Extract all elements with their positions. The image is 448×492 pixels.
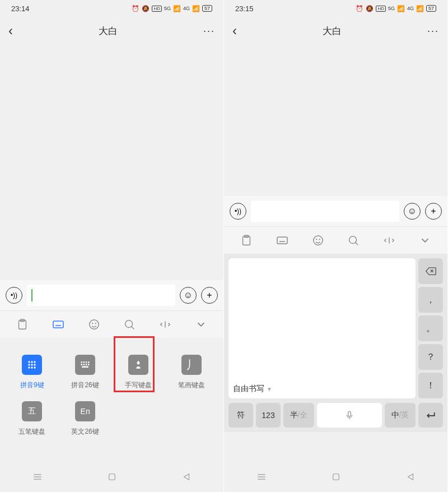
collapse-icon[interactable] xyxy=(417,233,433,248)
half-full-key[interactable]: 半/全 xyxy=(283,403,314,428)
kb-option-stroke[interactable]: 丿 笔画键盘 xyxy=(165,349,218,396)
backspace-key[interactable] xyxy=(418,258,443,284)
battery-icon: 57 xyxy=(202,5,212,12)
svg-rect-23 xyxy=(83,361,85,363)
status-time: 23:14 xyxy=(11,4,30,13)
collapse-icon[interactable] xyxy=(193,317,209,332)
kb-label: 笔画键盘 xyxy=(178,380,205,390)
message-input[interactable] xyxy=(251,201,399,222)
handwrite-canvas[interactable]: 自由书写 ▼ xyxy=(228,258,416,398)
kb-label: 拼音9键 xyxy=(20,380,44,390)
svg-rect-51 xyxy=(348,411,351,416)
clipboard-icon[interactable] xyxy=(15,317,30,332)
symbol-key[interactable]: 符 xyxy=(228,403,253,428)
keyboard-icon[interactable] xyxy=(50,317,66,332)
svg-rect-26 xyxy=(81,364,83,365)
handwrite-mode-selector[interactable]: 自由书写 ▼ xyxy=(233,384,272,394)
nav-bar: ‹ 大白 ··· xyxy=(0,17,223,45)
nav-bar: ‹ 大白 ··· xyxy=(224,17,447,45)
chat-title: 大白 xyxy=(99,25,118,38)
svg-rect-2 xyxy=(53,321,63,328)
search-icon[interactable] xyxy=(122,317,137,332)
ime-toolbar xyxy=(0,310,223,338)
svg-line-11 xyxy=(132,327,134,329)
battery-icon: 57 xyxy=(426,5,436,12)
recents-button[interactable] xyxy=(32,471,43,485)
emoji-tool-icon[interactable] xyxy=(86,317,102,332)
alarm-icon: ⏰ xyxy=(356,5,363,12)
back-nav-button[interactable] xyxy=(181,472,192,484)
emoji-button[interactable]: ☺ xyxy=(404,203,421,220)
signal-icon: 📶 xyxy=(173,5,181,12)
signal-icon-2: 📶 xyxy=(416,5,424,12)
home-button[interactable] xyxy=(331,472,341,484)
svg-point-46 xyxy=(349,236,357,244)
period-key[interactable]: 。 xyxy=(418,315,443,341)
stroke-icon: 丿 xyxy=(181,355,202,375)
enter-key[interactable] xyxy=(418,403,443,428)
message-input[interactable] xyxy=(27,285,175,306)
clipboard-icon[interactable] xyxy=(239,233,254,248)
comma-key[interactable]: ， xyxy=(418,287,443,313)
svg-rect-55 xyxy=(333,474,339,480)
keyboard-icon[interactable] xyxy=(274,233,290,248)
voice-button[interactable]: •)) xyxy=(230,203,246,220)
svg-point-9 xyxy=(95,323,96,324)
svg-marker-56 xyxy=(408,474,413,480)
kb-label: 英文26键 xyxy=(71,427,99,437)
kb-label: 五笔键盘 xyxy=(18,427,45,437)
cursor-move-icon[interactable] xyxy=(381,233,397,248)
svg-point-10 xyxy=(125,321,133,328)
system-nav xyxy=(224,464,447,492)
hd-icon: HD xyxy=(376,6,386,12)
signal-icon: 📶 xyxy=(397,5,405,12)
dnd-icon: 🔕 xyxy=(366,5,374,12)
hw-mode-label: 自由书写 xyxy=(233,384,264,394)
highlight-handwrite xyxy=(114,336,155,392)
more-button[interactable]: ··· xyxy=(427,25,439,37)
kb-option-pinyin9[interactable]: 拼音9键 xyxy=(6,349,59,396)
pinyin26-icon xyxy=(75,355,95,375)
kb-option-english[interactable]: En 英文26键 xyxy=(59,396,112,442)
handwrite-bottom-row: 符 123 半/全 中/英 xyxy=(224,403,447,432)
back-nav-button[interactable] xyxy=(405,472,416,484)
question-key[interactable]: ？ xyxy=(418,344,443,370)
system-nav xyxy=(0,464,223,492)
signal-5g-icon: 5G xyxy=(388,6,395,11)
search-icon[interactable] xyxy=(346,233,361,248)
more-button[interactable]: ··· xyxy=(203,25,215,37)
attach-button[interactable]: + xyxy=(201,287,218,304)
svg-point-15 xyxy=(34,361,36,363)
cursor-move-icon[interactable] xyxy=(157,317,173,332)
chevron-down-icon: ▼ xyxy=(267,386,272,392)
emoji-tool-icon[interactable] xyxy=(310,233,326,248)
svg-point-16 xyxy=(29,364,30,365)
svg-point-43 xyxy=(313,236,323,245)
attach-button[interactable]: + xyxy=(425,203,442,220)
svg-rect-34 xyxy=(109,474,115,480)
lang-key[interactable]: 中/英 xyxy=(385,403,416,428)
voice-button[interactable]: •)) xyxy=(6,287,22,304)
back-button[interactable]: ‹ xyxy=(232,23,237,39)
emoji-button[interactable]: ☺ xyxy=(180,287,197,304)
kb-option-pinyin26[interactable]: 拼音26键 xyxy=(59,349,112,396)
pinyin9-icon xyxy=(22,355,42,375)
signal-5g-icon: 5G xyxy=(164,6,171,11)
number-key[interactable]: 123 xyxy=(256,403,281,428)
phone-right: 23:15 ⏰ 🔕 HD 5G 📶 4G 📶 57 ‹ 大白 ··· •)) ☺… xyxy=(224,0,448,492)
svg-line-47 xyxy=(356,243,358,245)
ime-toolbar xyxy=(224,226,447,254)
recents-button[interactable] xyxy=(256,471,267,485)
wubi-icon: 五 xyxy=(22,401,42,421)
back-button[interactable]: ‹ xyxy=(8,23,13,39)
status-icons: ⏰ 🔕 HD 5G 📶 4G 📶 57 xyxy=(356,5,436,12)
exclaim-key[interactable]: ！ xyxy=(418,373,443,398)
kb-option-wubi[interactable]: 五 五笔键盘 xyxy=(6,396,59,442)
status-icons: ⏰ 🔕 HD 5G 📶 4G 📶 57 xyxy=(132,5,212,12)
svg-rect-24 xyxy=(86,361,87,363)
signal-icon-2: 📶 xyxy=(192,5,200,12)
home-button[interactable] xyxy=(107,472,117,484)
space-key[interactable] xyxy=(317,403,382,428)
svg-point-8 xyxy=(92,323,92,324)
keyboard-selector: 拼音9键 拼音26键 手写键盘 丿 笔画键盘 五 五笔键盘 En 英文26键 xyxy=(0,338,223,453)
